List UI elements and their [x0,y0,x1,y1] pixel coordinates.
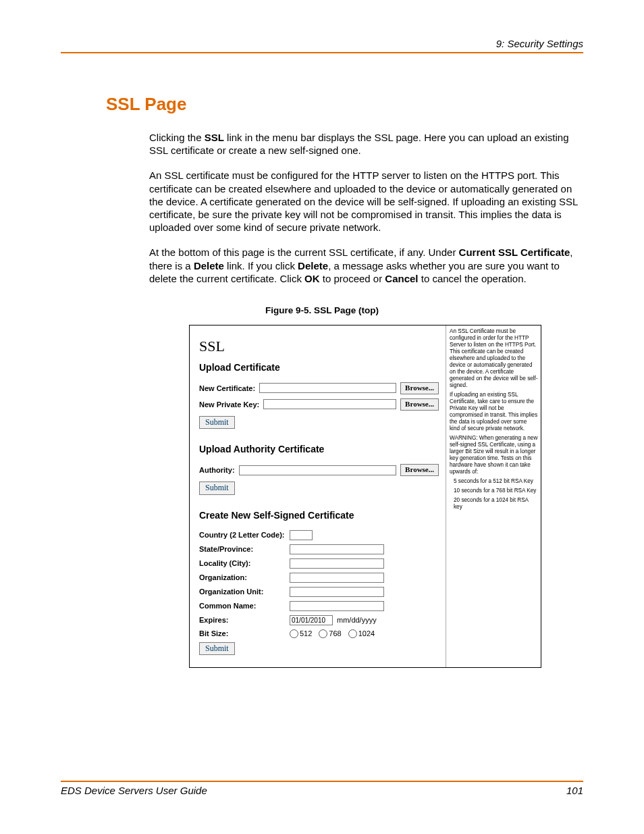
submit-upload-cert-button[interactable]: Submit [199,416,235,429]
browse-new-cert-button[interactable]: Browse... [400,382,439,394]
page-title: SSL Page [106,94,583,115]
expires-input[interactable] [290,615,333,625]
paragraph-1: Clicking the SSL link in the menu bar di… [149,131,583,157]
radio-512[interactable] [290,629,298,638]
cn-input[interactable] [290,601,384,611]
locality-label: Locality (City): [199,559,286,567]
new-key-label: New Private Key: [199,400,259,409]
bitsize-radios: 512 768 1024 [290,629,439,638]
running-header: 9: Security Settings [61,38,583,49]
state-label: State/Province: [199,545,286,553]
new-cert-row: New Certificate: Browse... [199,382,439,394]
upload-authority-heading: Upload Authority Certificate [199,444,439,454]
create-self-signed-heading: Create New Self-Signed Certificate [199,510,439,521]
help-text-3: WARNING: When generating a new self-sign… [450,435,538,475]
cn-label: Common Name: [199,602,286,610]
orgunit-label: Organization Unit: [199,588,286,596]
bitsize-label: Bit Size: [199,629,286,637]
locality-input[interactable] [290,558,384,569]
help-text-1: An SSL Certificate must be configured in… [450,328,538,389]
new-cert-label: New Certificate: [199,384,255,392]
help-text-4a: 5 seconds for a 512 bit RSA Key [454,478,538,485]
authority-label: Authority: [199,466,235,474]
orgunit-input[interactable] [290,587,384,597]
footer-page-number: 101 [566,785,583,796]
self-signed-grid: Country (2 Letter Code): State/Province:… [199,530,439,638]
authority-row: Authority: Browse... [199,464,439,476]
upload-cert-heading: Upload Certificate [199,362,439,373]
expires-hint: mm/dd/yyyy [337,616,377,624]
ssl-help-panel: An SSL Certificate must be configured in… [446,325,541,667]
new-cert-input[interactable] [259,383,396,393]
footer-rule [61,781,583,782]
state-input[interactable] [290,544,384,554]
paragraph-2: An SSL certificate must be configured fo… [149,169,583,234]
help-text-4c: 20 seconds for a 1024 bit RSA key [454,497,538,511]
radio-1024[interactable] [348,629,357,638]
org-label: Organization: [199,573,286,581]
footer-left: EDS Device Servers User Guide [61,785,207,796]
figure-caption: Figure 9-5. SSL Page (top) [61,305,583,315]
header-rule [61,52,583,53]
ssl-heading: SSL [199,338,439,355]
new-key-input[interactable] [263,399,396,409]
ssl-screenshot: SSL Upload Certificate New Certificate: … [189,325,541,668]
authority-input[interactable] [239,465,397,475]
country-label: Country (2 Letter Code): [199,531,286,539]
expires-label: Expires: [199,616,286,624]
browse-new-key-button[interactable]: Browse... [400,398,439,411]
browse-authority-button[interactable]: Browse... [400,464,439,476]
submit-authority-button[interactable]: Submit [199,481,235,494]
new-key-row: New Private Key: Browse... [199,398,439,411]
body-text: Clicking the SSL link in the menu bar di… [149,131,583,285]
submit-self-signed-button[interactable]: Submit [199,642,235,655]
org-input[interactable] [290,573,384,583]
paragraph-3: At the bottom of this page is the curren… [149,246,583,285]
help-text-4b: 10 seconds for a 768 bit RSA Key [454,488,538,494]
country-input[interactable] [290,530,313,540]
ssl-form-panel: SSL Upload Certificate New Certificate: … [190,325,446,667]
help-text-2: If uploading an existing SSL Certificate… [450,392,538,432]
page-footer: EDS Device Servers User Guide 101 [61,781,583,796]
radio-768[interactable] [319,629,327,638]
